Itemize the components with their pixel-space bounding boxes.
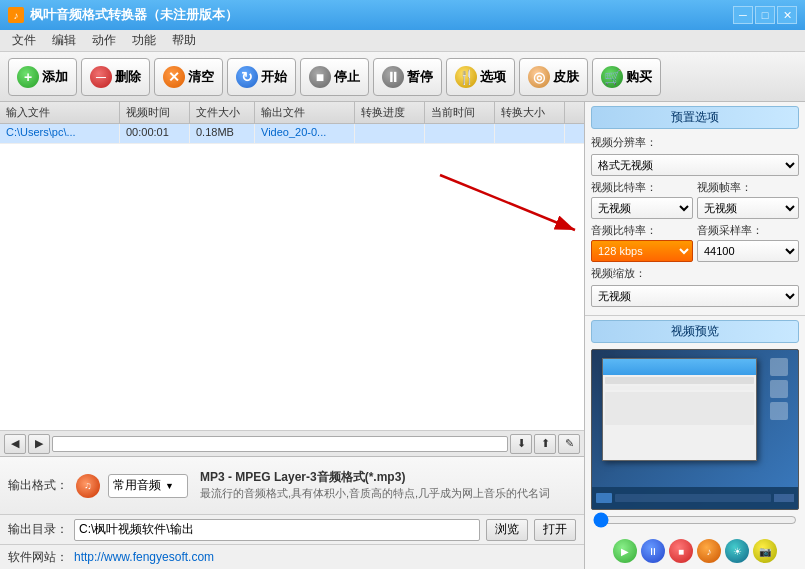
nav-download-button[interactable]: ⬇ bbox=[510, 434, 532, 454]
nav-bar: ◀ ▶ ⬇ ⬆ ✎ bbox=[0, 431, 584, 457]
nav-progress-bar bbox=[52, 436, 508, 452]
preset-row-resolution: 视频分辨率： bbox=[591, 135, 799, 150]
preview-slider[interactable] bbox=[593, 514, 797, 526]
app-title: 枫叶音频格式转换器（未注册版本） bbox=[30, 6, 238, 24]
preview-row-3 bbox=[605, 392, 754, 424]
start-button[interactable]: ↻ 开始 bbox=[227, 58, 296, 96]
website-bar: 软件网站： http://www.fengyesoft.com bbox=[0, 545, 584, 569]
col-header-vtime: 视频时间 bbox=[120, 102, 190, 123]
fps-label: 视频帧率： bbox=[697, 180, 799, 195]
preview-section-title: 视频预览 bbox=[591, 320, 799, 343]
cell-vtime: 00:00:01 bbox=[120, 124, 190, 143]
menu-help[interactable]: 帮助 bbox=[164, 30, 204, 51]
title-controls: ─ □ ✕ bbox=[733, 6, 797, 24]
preset-resolution-control: 格式无视频 bbox=[591, 154, 799, 176]
cell-output: Video_20-0... bbox=[255, 124, 355, 143]
preview-canvas bbox=[591, 349, 799, 510]
left-panel: 输入文件 视频时间 文件大小 输出文件 转换进度 当前时间 转换大小 C:\Us… bbox=[0, 102, 585, 569]
open-button[interactable]: 打开 bbox=[534, 519, 576, 541]
table-body: C:\Users\pc\... 00:00:01 0.18MB Video_20… bbox=[0, 124, 584, 144]
audio-bitrate-label: 音频比特率： bbox=[591, 223, 693, 238]
menu-bar: 文件 编辑 动作 功能 帮助 bbox=[0, 30, 805, 52]
col-header-input: 输入文件 bbox=[0, 102, 120, 123]
play-button[interactable]: ▶ bbox=[613, 539, 637, 563]
fps-select[interactable]: 无视频 bbox=[697, 197, 799, 219]
table-row[interactable]: C:\Users\pc\... 00:00:01 0.18MB Video_20… bbox=[0, 124, 584, 144]
preset-row-scale: 视频缩放： bbox=[591, 266, 799, 281]
format-dropdown[interactable]: 常用音频 ▼ bbox=[108, 474, 188, 498]
screenshot-button[interactable]: 📷 bbox=[753, 539, 777, 563]
pause-ctrl-button[interactable]: ⏸ bbox=[641, 539, 665, 563]
cell-curtime bbox=[425, 124, 495, 143]
menu-function[interactable]: 功能 bbox=[124, 30, 164, 51]
toolbar: + 添加 ─ 删除 ✕ 清空 ↻ 开始 ■ 停止 ⏸ 暂停 🍴 选项 ◎ 皮肤 … bbox=[0, 52, 805, 102]
cell-progress bbox=[355, 124, 425, 143]
close-button[interactable]: ✕ bbox=[777, 6, 797, 24]
scale-label: 视频缩放： bbox=[591, 266, 646, 281]
clear-button[interactable]: ✕ 清空 bbox=[154, 58, 223, 96]
format-label: 输出格式： bbox=[8, 477, 68, 494]
output-format-bar: 输出格式： ♫ 常用音频 ▼ MP3 - MPEG Layer-3音频格式(*.… bbox=[0, 457, 584, 515]
delete-icon: ─ bbox=[90, 66, 112, 88]
nav-edit-button[interactable]: ✎ bbox=[558, 434, 580, 454]
menu-action[interactable]: 动作 bbox=[84, 30, 124, 51]
brightness-button[interactable]: ☀ bbox=[725, 539, 749, 563]
right-panel: 预置选项 视频分辨率： 格式无视频 视频比特率： 无视频 视频帧 bbox=[585, 102, 805, 569]
cell-fsize: 0.18MB bbox=[190, 124, 255, 143]
app-icon: ♪ bbox=[8, 7, 24, 23]
maximize-button[interactable]: □ bbox=[755, 6, 775, 24]
format-type-label: 常用音频 bbox=[113, 477, 161, 494]
title-bar-left: ♪ 枫叶音频格式转换器（未注册版本） bbox=[8, 6, 238, 24]
col-header-curtime: 当前时间 bbox=[425, 102, 495, 123]
skin-icon: ◎ bbox=[528, 66, 550, 88]
pause-icon: ⏸ bbox=[382, 66, 404, 88]
bitrate-select[interactable]: 无视频 bbox=[591, 197, 693, 219]
preview-icon-1 bbox=[770, 358, 788, 376]
preview-controls: ▶ ⏸ ■ ♪ ☀ 📷 bbox=[591, 537, 799, 565]
nav-upload-button[interactable]: ⬆ bbox=[534, 434, 556, 454]
options-button[interactable]: 🍴 选项 bbox=[446, 58, 515, 96]
clear-icon: ✕ bbox=[163, 66, 185, 88]
start-icon: ↻ bbox=[236, 66, 258, 88]
volume-button[interactable]: ♪ bbox=[697, 539, 721, 563]
format-type-icon: ♫ bbox=[76, 474, 100, 498]
preview-taskbar-bar bbox=[615, 494, 771, 502]
audio-bitrate-select[interactable]: 128 kbps bbox=[591, 240, 693, 262]
add-button[interactable]: + 添加 bbox=[8, 58, 77, 96]
preview-taskbar bbox=[592, 487, 798, 509]
scale-select[interactable]: 无视频 bbox=[591, 285, 799, 307]
dir-label: 输出目录： bbox=[8, 521, 68, 538]
buy-button[interactable]: 🛒 购买 bbox=[592, 58, 661, 96]
title-bar: ♪ 枫叶音频格式转换器（未注册版本） ─ □ ✕ bbox=[0, 0, 805, 30]
format-info-title: MP3 - MPEG Layer-3音频格式(*.mp3) bbox=[200, 469, 572, 486]
format-info: MP3 - MPEG Layer-3音频格式(*.mp3) 最流行的音频格式,具… bbox=[196, 469, 576, 501]
file-table: 输入文件 视频时间 文件大小 输出文件 转换进度 当前时间 转换大小 C:\Us… bbox=[0, 102, 584, 431]
col-header-output: 输出文件 bbox=[255, 102, 355, 123]
stop-button[interactable]: ■ 停止 bbox=[300, 58, 369, 96]
dir-input[interactable] bbox=[74, 519, 480, 541]
resolution-select[interactable]: 格式无视频 bbox=[591, 154, 799, 176]
pause-button[interactable]: ⏸ 暂停 bbox=[373, 58, 442, 96]
menu-edit[interactable]: 编辑 bbox=[44, 30, 84, 51]
browse-button[interactable]: 浏览 bbox=[486, 519, 528, 541]
preview-section: 视频预览 bbox=[585, 316, 805, 569]
bitrate-label: 视频比特率： bbox=[591, 180, 693, 195]
preset-section: 预置选项 视频分辨率： 格式无视频 视频比特率： 无视频 视频帧 bbox=[585, 102, 805, 316]
preview-icon-3 bbox=[770, 402, 788, 420]
nav-next-button[interactable]: ▶ bbox=[28, 434, 50, 454]
preview-taskbar-tray bbox=[774, 494, 794, 502]
preview-desktop bbox=[592, 350, 798, 509]
website-link[interactable]: http://www.fengyesoft.com bbox=[74, 550, 214, 564]
audio-sample-select[interactable]: 44100 bbox=[697, 240, 799, 262]
delete-button[interactable]: ─ 删除 bbox=[81, 58, 150, 96]
cart-icon: 🛒 bbox=[601, 66, 623, 88]
menu-file[interactable]: 文件 bbox=[4, 30, 44, 51]
col-header-outsize: 转换大小 bbox=[495, 102, 565, 123]
preset-col-audio-bitrate: 音频比特率： 128 kbps bbox=[591, 223, 693, 262]
skin-button[interactable]: ◎ 皮肤 bbox=[519, 58, 588, 96]
stop-ctrl-button[interactable]: ■ bbox=[669, 539, 693, 563]
minimize-button[interactable]: ─ bbox=[733, 6, 753, 24]
preset-section-title: 预置选项 bbox=[591, 106, 799, 129]
nav-prev-button[interactable]: ◀ bbox=[4, 434, 26, 454]
preset-row-double-audio: 音频比特率： 128 kbps 音频采样率： 44100 bbox=[591, 223, 799, 262]
